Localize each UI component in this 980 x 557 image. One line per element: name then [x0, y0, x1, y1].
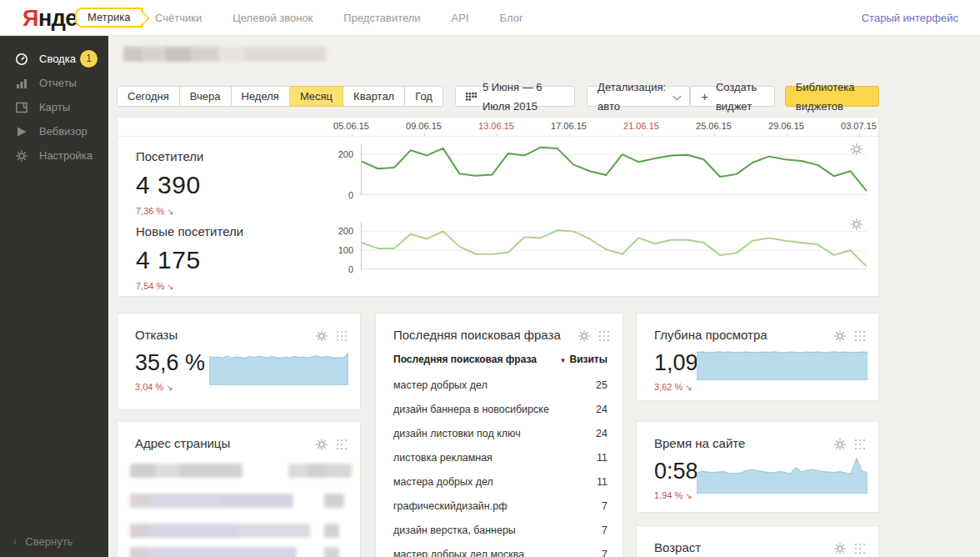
nav-item-api[interactable]: API [452, 12, 469, 24]
toolbar: Сегодня Вчера Неделя Месяц Квартал Год 5… [117, 86, 879, 107]
gear-icon [15, 149, 28, 163]
bar-chart-icon [15, 77, 28, 90]
period-quarter-button[interactable]: Квартал [343, 86, 405, 107]
create-widget-button[interactable]: + Создать виджет [690, 86, 775, 107]
sidebar-item-webvisor[interactable]: Вебвизор [0, 119, 108, 143]
drag-handle-icon[interactable] [599, 331, 609, 341]
trend-down-icon: ↘ [167, 282, 173, 291]
column-header-phrase: Последняя поисковая фраза [393, 354, 537, 365]
trend-down-icon: ↘ [685, 491, 692, 500]
top-header: Яндекс Метрика Счётчики Целевой звонок П… [0, 0, 980, 36]
sidebar-item-reports[interactable]: Отчеты [0, 71, 108, 95]
old-interface-link[interactable]: Старый интерфейс [862, 12, 958, 24]
drag-handle-icon[interactable] [337, 439, 347, 449]
depth-sparkline [697, 350, 868, 380]
search-phrases-widget: Последняя поисковая фраза Последняя поис… [375, 313, 623, 557]
new-visitors-metric: Новые посетители 4 175 7,54 % ↘ [136, 224, 243, 291]
period-today-button[interactable]: Сегодня [117, 86, 180, 107]
table-row: мастера добрых дел11 [393, 469, 608, 494]
bounce-title: Отказы [135, 328, 178, 342]
period-year-button[interactable]: Год [405, 86, 443, 107]
age-title: Возраст [654, 540, 701, 554]
sidebar-item-maps[interactable]: Карты [0, 95, 108, 119]
date-range-button[interactable]: 5 Июня — 6 Июля 2015 [455, 86, 575, 107]
time-on-site-value: 0:58 [654, 459, 698, 484]
visitors-chart [361, 144, 867, 195]
drag-handle-icon[interactable] [855, 331, 865, 341]
period-yesterday-button[interactable]: Вчера [180, 86, 232, 107]
page-url-widget: Адрес страницы [117, 421, 361, 557]
chevron-left-icon: ‹ [13, 535, 17, 548]
summary-badge: 1 [80, 50, 98, 68]
calendar-icon [466, 93, 477, 101]
new-visitors-value: 4 175 [136, 246, 243, 274]
redacted-value [324, 524, 339, 538]
detalization-dropdown[interactable]: Детализация: авто [587, 86, 690, 107]
period-month-button[interactable]: Месяц [290, 86, 343, 107]
gear-icon[interactable] [833, 542, 847, 555]
gear-icon[interactable] [315, 438, 328, 451]
visitors-value: 4 390 [136, 171, 203, 199]
sidebar: Сводка 1 Отчеты Карты Вебвизор Настройка… [0, 35, 108, 557]
drag-handle-icon[interactable] [855, 439, 865, 449]
counter-name-redacted [123, 47, 327, 62]
nav-item-representatives[interactable]: Представители [343, 12, 420, 24]
gear-icon[interactable] [578, 329, 591, 343]
nav-item-target-call[interactable]: Целевой звонок [232, 12, 312, 24]
age-widget: Возраст [636, 525, 879, 557]
date-tick: 25.06.15 [691, 118, 737, 136]
visitors-widget-gear-icon[interactable] [850, 143, 863, 156]
plus-icon: + [701, 87, 708, 106]
page-url-title: Адрес страницы [135, 436, 230, 450]
sidebar-item-settings[interactable]: Настройка [0, 143, 108, 168]
table-row: мастер добрых дел москва7 [393, 542, 608, 557]
gear-icon[interactable] [833, 329, 847, 343]
depth-widget: Глубина просмотра 1,09 3,62 % ↘ [636, 313, 879, 401]
new-visitors-change: 7,54 % ↘ [136, 281, 243, 291]
period-week-button[interactable]: Неделя [232, 86, 290, 107]
drag-handle-icon[interactable] [337, 331, 347, 341]
gear-icon[interactable] [833, 438, 847, 451]
visitors-title: Посетители [136, 149, 203, 163]
drag-handle-icon[interactable] [855, 544, 865, 554]
header-nav: Счётчики Целевой звонок Представители AP… [155, 0, 523, 35]
nav-item-counters[interactable]: Счётчики [155, 12, 202, 24]
date-tick: 03.07.15 [836, 118, 882, 136]
column-header-visits[interactable]: ▼Визиты [560, 354, 608, 365]
date-tick: 17.06.15 [546, 118, 592, 136]
table-row: графическийдизайн.рф7 [393, 494, 608, 518]
depth-value: 1,09 [654, 350, 698, 376]
new-visitors-widget-gear-icon[interactable] [850, 218, 863, 231]
bounce-widget: Отказы 35,6 % 3,04 % ↘ [117, 313, 361, 410]
visitors-y-axis: 0200 [332, 144, 361, 195]
nav-item-blog[interactable]: Блог [500, 12, 523, 24]
gauge-icon [15, 53, 28, 66]
period-selector: Сегодня Вчера Неделя Месяц Квартал Год [117, 86, 443, 107]
depth-change: 3,62 % ↘ [654, 382, 692, 392]
table-row: дизайн верстка, баннеры7 [393, 518, 608, 542]
table-row: листовка рекламная11 [393, 445, 608, 469]
bounce-change: 3,04 % ↘ [135, 382, 173, 392]
depth-title: Глубина просмотра [654, 328, 768, 342]
chevron-down-icon [673, 91, 679, 98]
gear-icon[interactable] [315, 329, 328, 343]
metrika-product-tab[interactable]: Метрика [75, 8, 143, 28]
table-row: дизайн листовки под ключ24 [393, 421, 608, 445]
redacted-url-row [130, 524, 310, 538]
redacted-value [324, 494, 344, 508]
bounce-sparkline [209, 349, 348, 385]
date-tick-weekend: 21.06.15 [618, 118, 664, 136]
date-tick-weekend: 13.06.15 [473, 118, 519, 136]
new-visitors-title: Новые посетители [136, 224, 243, 238]
widget-library-button[interactable]: Библиотека виджетов [785, 86, 879, 107]
date-axis: 05.06.15 09.06.15 13.06.15 17.06.15 21.0… [118, 118, 878, 137]
search-phrases-table: Последняя поисковая фраза ▼Визиты мастер… [393, 354, 608, 557]
bounce-value: 35,6 % [135, 350, 205, 376]
new-visitors-y-axis: 0100200 [332, 222, 361, 269]
time-on-site-widget: Время на сайте 0:58 1,94 % ↘ [636, 421, 879, 513]
date-tick: 05.06.15 [328, 118, 374, 136]
sidebar-collapse-button[interactable]: ‹Свернуть [13, 535, 72, 548]
redacted-value [324, 547, 339, 557]
new-visitors-chart [361, 222, 867, 269]
sidebar-item-summary[interactable]: Сводка 1 [0, 47, 108, 71]
